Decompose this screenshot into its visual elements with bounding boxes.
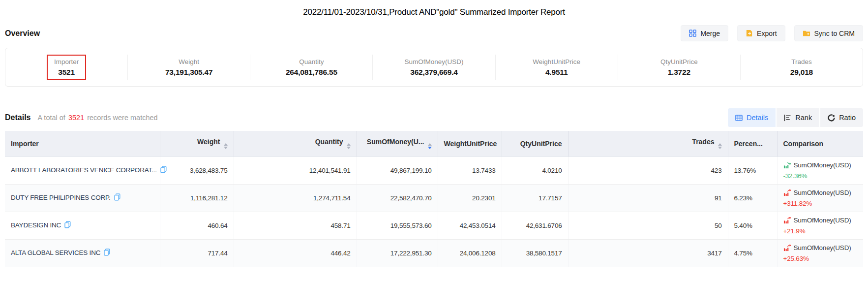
page-title: 2022/11/01-2023/10/31,Product AND"gold" …: [0, 0, 868, 17]
stat-value: 362,379,669.4: [404, 66, 463, 78]
comparison-change-value: +25.63%: [783, 254, 858, 263]
col-comparison: Comparison: [777, 131, 863, 157]
copy-icon[interactable]: [64, 221, 71, 230]
comparison-cell: SumOfMoney(USD) -32.36%: [783, 160, 858, 181]
trades-value: 91: [568, 184, 728, 212]
comparison-change-value: +21.9%: [783, 226, 858, 236]
export-file-icon: [746, 30, 753, 37]
comparison-metric-label: SumOfMoney(USD): [794, 216, 851, 225]
importer-report-table: Importer Weight Quantity SumOfMoney(U...…: [5, 131, 863, 267]
stat-value: 4.9511: [533, 66, 580, 78]
sync-to-crm-button-label: Sync to CRM: [814, 30, 855, 37]
trend-down-icon: [783, 161, 791, 169]
matched-count: 3521: [68, 114, 84, 122]
stat-weight-unit-price: WeightUnitPrice 4.9511: [495, 55, 618, 80]
stat-weight: Weight 73,191,305.47: [127, 55, 250, 80]
sort-carets-icon[interactable]: [224, 143, 228, 149]
col-quantity[interactable]: Quantity: [234, 131, 357, 157]
importer-name[interactable]: DUTY FREE PHILIPPINES CORP.: [11, 194, 111, 201]
sum-of-money-value: 17,222,951.30: [357, 239, 438, 267]
comparison-cell: SumOfMoney(USD) +25.63%: [783, 243, 858, 263]
col-qty-unit-price: QtyUnitPrice: [502, 131, 568, 157]
quantity-value: 12,401,541.91: [234, 157, 357, 184]
col-weight-unit-price: WeightUnitPrice: [438, 131, 502, 157]
stat-label: Quantity: [286, 57, 337, 66]
sync-to-crm-button[interactable]: Sync to CRM: [794, 25, 863, 41]
percent-value: 13.76%: [728, 157, 777, 184]
comparison-change-value: +311.82%: [783, 199, 858, 208]
importer-name[interactable]: ALTA GLOBAL SERVICES INC: [11, 249, 100, 256]
ratio-pie-icon: [828, 114, 835, 122]
export-button-label: Export: [757, 30, 777, 37]
importer-highlight-box: Importer 3521: [47, 55, 86, 80]
tab-ratio-label: Ratio: [839, 114, 856, 122]
rank-bars-icon: [784, 114, 791, 122]
tab-ratio[interactable]: Ratio: [820, 108, 863, 127]
overview-stats-panel: Importer 3521 Weight 73,191,305.47 Quant…: [5, 48, 863, 87]
comparison-cell: SumOfMoney(USD) +311.82%: [783, 188, 858, 208]
percent-value: 4.75%: [728, 239, 777, 267]
details-header-row: Details A total of3521records were match…: [5, 108, 863, 127]
importer-name[interactable]: BAYDESIGN INC: [11, 221, 61, 229]
sort-carets-icon[interactable]: [347, 143, 351, 149]
table-header-row: Importer Weight Quantity SumOfMoney(U...…: [5, 131, 863, 157]
table-row: ALTA GLOBAL SERVICES INC 717.44 446.42 1…: [5, 239, 863, 267]
comparison-cell: SumOfMoney(USD) +21.9%: [783, 216, 858, 236]
qty-unit-price-value: 4.0210: [502, 157, 568, 184]
weight-unit-price-value: 24,006.1208: [438, 239, 502, 267]
stat-value: 73,191,305.47: [165, 66, 213, 78]
stat-label: QtyUnitPrice: [660, 57, 698, 66]
percent-value: 6.23%: [728, 184, 777, 212]
details-heading: Details: [5, 113, 30, 122]
comparison-metric-label: SumOfMoney(USD): [794, 160, 851, 170]
col-sum-of-money[interactable]: SumOfMoney(U...: [357, 131, 438, 157]
tab-rank[interactable]: Rank: [777, 108, 819, 127]
stat-label: WeightUnitPrice: [533, 57, 580, 66]
col-percent: Percen...: [728, 131, 777, 157]
comparison-change-value: -32.36%: [783, 171, 858, 181]
records-matched-summary: A total of3521records were matched: [37, 114, 157, 122]
tab-details[interactable]: Details: [728, 108, 776, 127]
sort-carets-icon[interactable]: [718, 143, 722, 149]
table-row: DUTY FREE PHILIPPINES CORP. 1,116,281.12…: [5, 184, 863, 212]
sum-of-money-value: 19,555,573.60: [357, 212, 438, 239]
sum-of-money-value: 49,867,199.10: [357, 157, 438, 184]
sync-folder-icon: [803, 30, 810, 37]
col-trades[interactable]: Trades: [568, 131, 728, 157]
stat-value: 1.3722: [660, 66, 698, 78]
comparison-metric-label: SumOfMoney(USD): [794, 188, 851, 198]
copy-icon[interactable]: [104, 249, 110, 257]
overview-heading: Overview: [5, 29, 40, 38]
copy-icon[interactable]: [114, 193, 120, 202]
stat-quantity: Quantity 264,081,786.55: [250, 55, 372, 80]
stat-importer: Importer 3521: [5, 55, 127, 80]
tab-rank-label: Rank: [795, 114, 812, 122]
stat-qty-unit-price: QtyUnitPrice 1.3722: [618, 55, 740, 80]
table-icon: [735, 114, 743, 122]
merge-button[interactable]: Merge: [681, 25, 728, 41]
sum-of-money-value: 22,582,470.70: [357, 184, 438, 212]
stat-value: 3521: [54, 66, 79, 78]
weight-value: 717.44: [160, 239, 234, 267]
stat-label: SumOfMoney(USD): [404, 57, 463, 66]
export-button[interactable]: Export: [737, 25, 785, 41]
weight-value: 3,628,483.75: [160, 157, 234, 184]
merge-button-label: Merge: [700, 30, 720, 37]
trades-value: 3417: [568, 239, 728, 267]
copy-icon[interactable]: [160, 166, 167, 175]
sort-carets-icon[interactable]: [428, 143, 432, 149]
trend-up-icon: [783, 217, 791, 224]
stat-trades: Trades 29,018: [740, 55, 863, 80]
quantity-value: 446.42: [234, 239, 357, 267]
trades-value: 50: [568, 212, 728, 239]
stat-label: Weight: [165, 57, 213, 66]
stat-label: Importer: [54, 57, 79, 66]
qty-unit-price-value: 42,631.6706: [502, 212, 568, 239]
col-weight[interactable]: Weight: [160, 131, 234, 157]
stat-sum-of-money: SumOfMoney(USD) 362,379,669.4: [372, 55, 495, 80]
comparison-metric-label: SumOfMoney(USD): [794, 243, 851, 253]
importer-name[interactable]: ABBOTT LABORATORIES VENICE CORPORAT...: [11, 166, 157, 174]
col-importer: Importer: [5, 131, 160, 157]
overview-toolbar: Overview Merge Export: [5, 25, 863, 41]
trend-up-icon: [783, 189, 791, 196]
